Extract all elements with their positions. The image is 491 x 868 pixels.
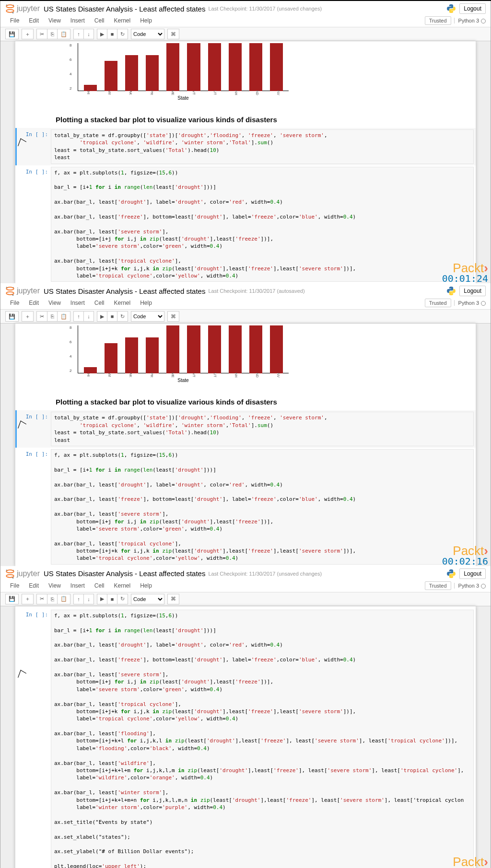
menu-help[interactable]: Help (135, 298, 157, 308)
paste-button[interactable]: 📋 (57, 594, 70, 604)
jupyter-logo[interactable]: jupyter (4, 285, 40, 297)
notebook-title[interactable]: US States Disaster Analysis - Least affe… (44, 287, 205, 295)
menu-kernel[interactable]: Kernel (109, 580, 136, 591)
kernel-indicator[interactable]: Python 3 (454, 300, 486, 306)
stop-button[interactable]: ■ (107, 29, 117, 39)
markdown-cell[interactable]: Plotting a stacked bar plot to visualize… (15, 393, 476, 410)
notebook-title[interactable]: US States Disaster Analysis - Least affe… (44, 5, 205, 13)
copy-button[interactable]: ⎘ (47, 594, 58, 604)
menu-insert[interactable]: Insert (66, 298, 90, 308)
menu-file[interactable]: File (5, 15, 24, 26)
logout-button[interactable]: Logout (459, 568, 486, 579)
menu-edit[interactable]: Edit (24, 580, 44, 591)
menu-view[interactable]: View (44, 15, 66, 26)
move-down-button[interactable]: ↓ (83, 594, 94, 604)
menu-kernel[interactable]: Kernel (109, 298, 136, 308)
ytick: 4 (70, 354, 71, 359)
cut-button[interactable]: ✂ (36, 594, 47, 604)
run-button[interactable]: ▶ (97, 29, 107, 39)
menu-view[interactable]: View (44, 298, 66, 308)
menu-edit[interactable]: Edit (24, 298, 44, 308)
logout-button[interactable]: Logout (459, 286, 486, 296)
move-down-button[interactable]: ↓ (83, 311, 94, 322)
menu-kernel[interactable]: Kernel (109, 15, 136, 26)
markdown-cell[interactable]: Plotting a stacked bar plot to visualize… (15, 111, 476, 128)
celltype-select[interactable]: Code (131, 594, 164, 604)
code-cell[interactable]: In [ ]: f, ax = plt.subplots(1, figsize=… (15, 608, 476, 868)
menu-file[interactable]: File (5, 298, 24, 308)
jupyter-logo[interactable]: jupyter (4, 3, 40, 14)
bar-chart-output: 8642 HIWIAKPRMEVTUTNHNDNV State (15, 325, 476, 386)
svg-point-14 (12, 577, 14, 579)
svg-point-9 (12, 294, 14, 296)
trusted-indicator[interactable]: Trusted (425, 299, 451, 307)
trusted-indicator[interactable]: Trusted (425, 16, 451, 25)
menu-cell[interactable]: Cell (90, 580, 109, 591)
code-cell[interactable]: In [ ]: f, ax = plt.subplots(1, figsize=… (15, 165, 476, 284)
svg-point-4 (12, 12, 14, 13)
menu-insert[interactable]: Insert (66, 15, 90, 26)
menu-cell[interactable]: Cell (90, 15, 109, 26)
input-prompt: In [ ]: (17, 167, 51, 282)
code-cell[interactable]: In [ ]: total_by_state = df.groupby(['st… (15, 410, 476, 448)
code-cell[interactable]: In [ ]: total_by_state = df.groupby(['st… (15, 128, 476, 165)
menu-help[interactable]: Help (135, 15, 157, 26)
menu-file[interactable]: File (5, 580, 24, 591)
run-button[interactable]: ▶ (97, 311, 107, 322)
notebook-title[interactable]: US States Disaster Analysis - Least affe… (44, 569, 205, 578)
kernel-indicator[interactable]: Python 3 (454, 583, 486, 589)
restart-button[interactable]: ↻ (117, 594, 128, 604)
code-cell[interactable]: In [ ]: f, ax = plt.subplots(1, figsize=… (15, 448, 476, 566)
jupyter-logo[interactable]: jupyter (4, 568, 40, 579)
menu-help[interactable]: Help (135, 580, 157, 591)
restart-button[interactable]: ↻ (117, 29, 128, 39)
cut-button[interactable]: ✂ (36, 311, 47, 322)
menu-edit[interactable]: Edit (24, 15, 44, 26)
code-editor[interactable]: f, ax = plt.subplots(1, figsize=(15,6)) … (54, 451, 470, 562)
paste-button[interactable]: 📋 (57, 311, 70, 322)
copy-button[interactable]: ⎘ (47, 311, 58, 322)
code-editor[interactable]: total_by_state = df.groupby(['state'])['… (54, 414, 470, 444)
xtick: VT (192, 82, 196, 104)
move-up-button[interactable]: ↑ (73, 594, 84, 604)
restart-button[interactable]: ↻ (117, 311, 128, 322)
save-button[interactable]: 💾 (5, 594, 19, 604)
command-palette-button[interactable]: ⌘ (167, 594, 179, 604)
paste-button[interactable]: 📋 (57, 29, 70, 39)
timestamp: 00:01:24 (442, 273, 488, 284)
insert-cell-button[interactable]: ＋ (22, 311, 34, 322)
xtick: ND (256, 82, 259, 104)
run-button[interactable]: ▶ (97, 594, 107, 604)
menu-view[interactable]: View (44, 580, 66, 591)
move-up-button[interactable]: ↑ (73, 311, 84, 322)
stop-button[interactable]: ■ (107, 311, 117, 322)
checkpoint-status: Last Checkpoint: 11/30/2017 (unsaved cha… (208, 571, 322, 577)
celltype-select[interactable]: Code (131, 311, 164, 322)
trusted-indicator[interactable]: Trusted (425, 581, 451, 590)
menu-cell[interactable]: Cell (90, 298, 109, 308)
stop-button[interactable]: ■ (107, 594, 117, 604)
menu-insert[interactable]: Insert (66, 580, 90, 591)
code-editor[interactable]: f, ax = plt.subplots(1, figsize=(15,6)) … (54, 169, 470, 280)
svg-point-1 (6, 10, 14, 12)
command-palette-button[interactable]: ⌘ (167, 29, 179, 39)
xtick: ME (171, 82, 175, 104)
xtick: NV (277, 82, 280, 104)
cut-button[interactable]: ✂ (36, 29, 47, 39)
code-editor[interactable]: total_by_state = df.groupby(['state'])['… (54, 132, 470, 162)
xtick: UT (213, 82, 217, 104)
insert-cell-button[interactable]: ＋ (22, 594, 34, 604)
command-palette-button[interactable]: ⌘ (167, 311, 179, 322)
logout-button[interactable]: Logout (459, 3, 486, 14)
code-editor[interactable]: f, ax = plt.subplots(1, figsize=(15,6)) … (54, 612, 470, 868)
move-down-button[interactable]: ↓ (83, 29, 94, 39)
kernel-indicator[interactable]: Python 3 (454, 18, 486, 23)
save-button[interactable]: 💾 (5, 29, 19, 39)
video-frame-3: jupyter US States Disaster Analysis - Le… (0, 566, 491, 868)
move-up-button[interactable]: ↑ (73, 29, 84, 39)
celltype-select[interactable]: Code (131, 29, 164, 39)
xtick: NH (234, 82, 238, 104)
copy-button[interactable]: ⎘ (47, 29, 58, 39)
save-button[interactable]: 💾 (5, 311, 19, 322)
insert-cell-button[interactable]: ＋ (22, 29, 34, 39)
